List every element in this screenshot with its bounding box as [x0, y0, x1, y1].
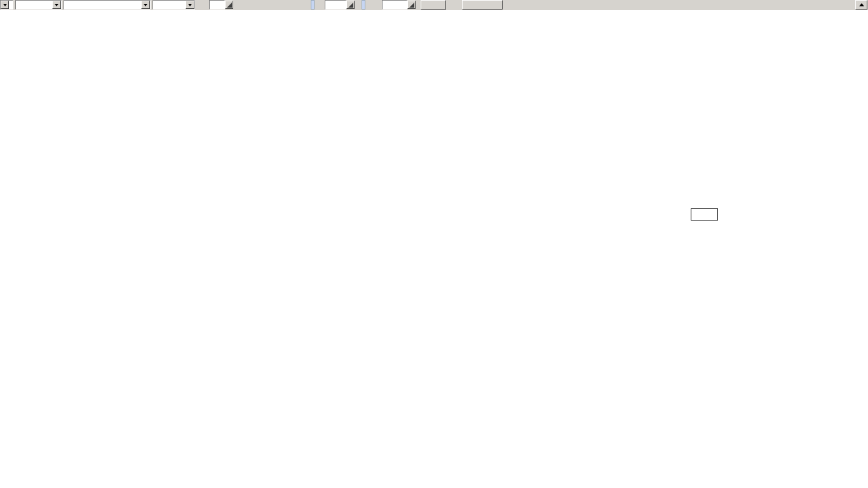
chart-canvas[interactable]	[0, 0, 868, 488]
app-window	[0, 0, 868, 488]
volume-multiplier-box	[691, 208, 718, 220]
